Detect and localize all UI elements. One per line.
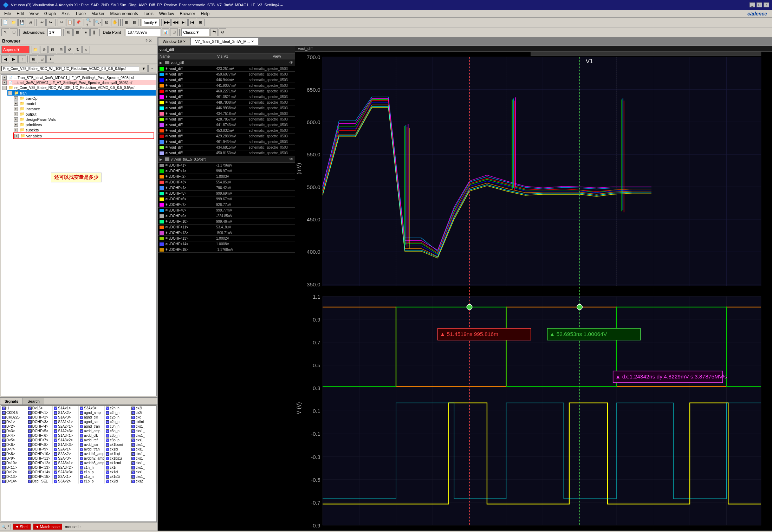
tb-table-button[interactable]: ⊞ — [197, 19, 205, 26]
tb-zoom-fit-button[interactable]: ⊡ — [103, 19, 110, 26]
signal-cell[interactable]: VDOHF<12> — [27, 461, 53, 465]
sl-signal2-item[interactable]: 👁 /DOHF<3> 554.85uV — [158, 180, 295, 185]
signal-cell[interactable]: VDOHF<2> — [27, 415, 53, 420]
tb-zoom-out-button[interactable]: 🔍- — [94, 19, 102, 26]
signal-cell[interactable]: Vck2i — [130, 406, 156, 410]
menu-measurements[interactable]: Measurements — [107, 11, 141, 17]
nav-up[interactable]: ↑ — [18, 55, 26, 63]
signal-cell[interactable]: Vavdd_clk — [79, 433, 105, 438]
signal-cell[interactable]: VD<6> — [1, 442, 27, 447]
signal-cell[interactable]: Vck1cmi — [105, 461, 131, 465]
sl-group-2[interactable]: ▶ v('/von_tra...5_0.5/psf') 👁 — [158, 156, 295, 163]
sl-signal2-item[interactable]: 👁 /DOHF<14> 1.0008V — [158, 241, 295, 247]
expand-icon-0[interactable]: + — [2, 76, 7, 80]
signal-cell[interactable]: Vagnd_clk — [79, 415, 105, 420]
tree-item-variables[interactable]: + 📁 variables — [13, 132, 154, 139]
tab-window19-close[interactable]: ✕ — [183, 40, 186, 43]
signal-cell[interactable]: Vck1bcmi — [105, 442, 131, 447]
signal-cell[interactable]: VDeci_SEL — [27, 479, 53, 484]
sl-signal2-item[interactable]: 👁 /DOHF<4> 796.42uV — [158, 185, 295, 191]
signal-cell[interactable]: VS1A3<1> — [53, 433, 79, 438]
sl-signal2-item[interactable]: 👁 /DOHF<8> 999.77mV — [158, 208, 295, 213]
tb-table2-button[interactable]: ⊞ — [170, 28, 178, 36]
tb-undo-button[interactable]: ↩ — [38, 19, 46, 26]
signal-cell[interactable]: Vavdd_amp — [79, 429, 105, 433]
signal-cell[interactable]: Vagnd_tran — [79, 424, 105, 429]
expand-icon-variables[interactable]: + — [14, 134, 19, 138]
tb-cut-button[interactable]: ✂ — [58, 19, 65, 26]
tree-item-tran[interactable]: - 📁 tran — [7, 90, 156, 96]
signal-cell[interactable]: VD<9> — [1, 456, 27, 461]
expand-icon-1[interactable]: + — [2, 80, 7, 85]
sl-signal-item[interactable]: 👁 vout_diff 450.8153mV schematic_spectre… — [158, 150, 295, 156]
tb-pan-button[interactable]: ✋ — [111, 19, 119, 26]
tree-item-primitives[interactable]: + 📁 primitives — [13, 122, 156, 127]
tb-style-btn2[interactable]: ⊙ — [219, 28, 226, 36]
signal-cell[interactable]: VD<7> — [1, 447, 27, 452]
menu-graph[interactable]: Graph — [41, 11, 59, 17]
menu-help[interactable]: Help — [198, 11, 213, 17]
signal-cell[interactable]: VDOHF<1> — [27, 410, 53, 415]
sl-signal2-item[interactable]: 👁 /DOHF<7> 926.77uV — [158, 202, 295, 208]
signal-cell[interactable]: Vc2p_n — [105, 415, 131, 420]
signal-cell[interactable]: Vcks1_ — [130, 452, 156, 456]
nav-expand[interactable]: ⊞ — [30, 55, 37, 63]
signal-cell[interactable]: VCKD15 — [1, 410, 27, 415]
expand-icon-prim[interactable]: + — [14, 123, 18, 127]
signal-cell[interactable]: VD<1> — [1, 420, 27, 424]
browser-tree[interactable]: + 📄 ....Tran_STB_Ideal_3mW_MDAC1_LE_V7_S… — [1, 74, 157, 396]
br-btn4[interactable]: ⊞ — [57, 46, 65, 53]
signal-cell[interactable]: Vc2p_p — [105, 420, 131, 424]
tb-cursor-button[interactable]: ↖ — [1, 28, 9, 36]
sl-signal2-item[interactable]: 👁 /DOHF<10> 999.46mV — [158, 219, 295, 225]
br-btn7[interactable]: ○ — [82, 46, 90, 53]
sl-signal-item[interactable]: 👁 vout_diff 446.9938mV schematic_spectre… — [158, 105, 295, 111]
sl-signal2-item[interactable]: 👁 /DOHF<13> 1.0002V — [158, 236, 295, 241]
sl-signal-item[interactable]: 👁 vout_diff 446.944mV schematic_spectre_… — [158, 77, 295, 83]
close-button[interactable]: × — [764, 2, 769, 7]
signal-cell[interactable]: Vck1s1i — [105, 474, 131, 479]
signal-cell[interactable]: VS2A<3> — [53, 456, 79, 461]
sl-signal2-item[interactable]: 👁 /DOHF<1> 998.97mV — [158, 168, 295, 174]
tb-chart-button[interactable]: 📊 — [162, 28, 169, 36]
signal-cell[interactable]: VCKD225 — [1, 415, 27, 420]
signal-cell[interactable]: VD<4> — [1, 433, 27, 438]
expand-icon-dpv[interactable]: + — [14, 117, 18, 122]
family-dropdown[interactable]: family▼ — [142, 19, 160, 26]
signal-cell[interactable]: VDOHF<5> — [27, 429, 53, 433]
sl-signal-item[interactable]: 👁 vout_diff 423.251mV schematic_spectre_… — [158, 66, 295, 72]
expand-icon-subckts[interactable]: + — [14, 128, 18, 132]
matchcase-button[interactable]: ▼ Match case — [33, 524, 62, 530]
plot-content[interactable]: 700.0 650.0 600.0 550.0 500.0 450.0 400.… — [295, 52, 772, 531]
tb-style-btn1[interactable]: ⇆ — [210, 28, 218, 36]
expand-icon-tranop[interactable]: + — [14, 96, 18, 100]
tb-open-button[interactable]: 📁 — [10, 19, 18, 26]
sl-signal2-item[interactable]: 👁 /DOHF<1> -1.1796uV — [158, 163, 295, 168]
signal-cell[interactable]: VD<15> — [27, 406, 53, 410]
signal-cell[interactable]: Vavdd_sar — [79, 442, 105, 447]
signal-cell[interactable]: Vck1qi — [105, 470, 131, 474]
tab-v7tran[interactable]: V7_Tran_STB_Ideal_3mW_M... ✕ — [190, 38, 259, 45]
signal-cell[interactable]: Vcks1_ — [130, 465, 156, 470]
tree-item-designparamvals[interactable]: + 📁 designParamVals — [13, 117, 156, 122]
menu-tools[interactable]: Tools — [141, 11, 156, 17]
tb-new-button[interactable]: 📄 — [1, 19, 9, 26]
br-btn2[interactable]: ⊕ — [40, 46, 48, 53]
signal-cell[interactable]: Vc3p_p — [105, 438, 131, 442]
sl-group-1[interactable]: ▶ vout_diff 👁 — [158, 59, 295, 66]
signal-cell[interactable]: Vcks1_ — [130, 433, 156, 438]
browser-path-text[interactable]: Pre_Core_V25_Entire_RCC_WI_10R_1fC_Reduc… — [1, 66, 139, 71]
tree-item-0[interactable]: + 📄 ....Tran_STB_Ideal_3mW_MDAC1_LE_V7_S… — [2, 75, 156, 80]
signal-cell[interactable]: VS1A<3> — [53, 415, 79, 420]
signal-cell[interactable]: Vc1p_n — [79, 474, 105, 479]
sl-signal2-item[interactable]: 👁 /DOHF<5> 999.69mV — [158, 191, 295, 196]
signal-cell[interactable]: Vcks1_ — [130, 470, 156, 474]
menu-browser[interactable]: Browser — [177, 11, 198, 17]
expand-icon-model[interactable]: + — [14, 102, 18, 106]
signal-cell[interactable]: Vc1n_p — [79, 470, 105, 474]
signal-cell[interactable]: VD<14> — [1, 479, 27, 484]
signal-cell[interactable]: VI1 — [1, 406, 27, 410]
signal-cell[interactable]: VDOHF<11> — [27, 456, 53, 461]
tb-family-btn2[interactable]: ◀◀ — [171, 19, 179, 26]
menu-edit[interactable]: Edit — [14, 11, 27, 17]
